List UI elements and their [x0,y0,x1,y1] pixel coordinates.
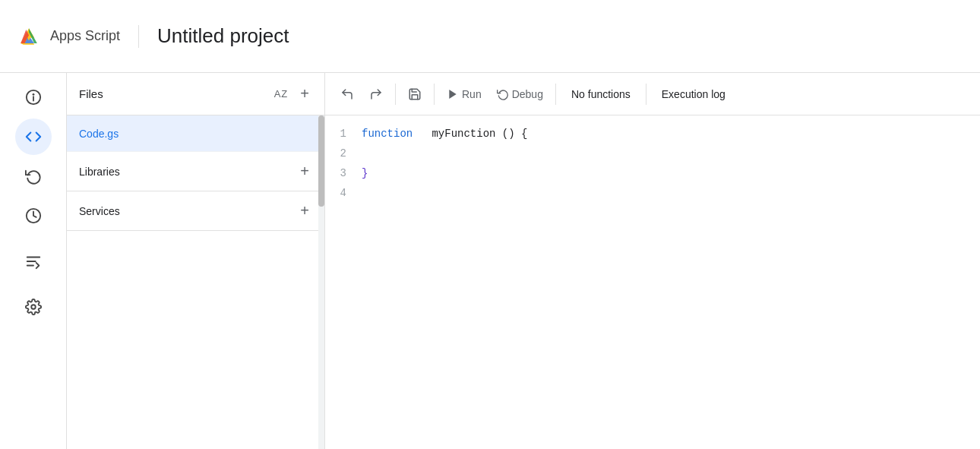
top-header: Apps Script Untitled project [0,0,980,73]
add-service-icon: + [300,202,309,220]
file-panel-actions: AZ + [271,82,312,106]
add-file-icon: + [300,85,309,103]
toolbar-divider-2 [434,84,435,105]
redo-icon [369,87,383,101]
sort-az-label: AZ [274,88,289,100]
files-title: Files [79,87,103,100]
line-content-4 [362,187,368,199]
redo-button[interactable] [363,83,389,106]
code-toolbar: Run Debug No functions Execution log [325,73,980,115]
file-panel: Files AZ + Code.gs Libraries + [67,73,325,449]
code-line-3: 3 } [325,167,980,187]
svg-point-7 [31,305,36,309]
line-number-2: 2 [325,147,362,160]
file-list: Code.gs Libraries + Services + [67,115,324,449]
run-icon [447,88,459,100]
no-functions-button[interactable]: No functions [562,84,640,105]
line-number-3: 3 [325,167,362,179]
sidebar-item-deploy[interactable] [15,243,52,280]
sidebar-item-executions[interactable] [15,198,52,234]
add-library-button[interactable]: + [297,160,312,183]
code-line-2: 2 [325,147,980,167]
debug-label: Debug [512,88,543,100]
debug-icon [497,88,509,100]
sidebar-item-info[interactable] [15,79,52,115]
debug-button[interactable]: Debug [491,84,549,105]
services-label: Services [79,205,120,217]
project-title: Untitled project [157,24,289,48]
run-button[interactable]: Run [441,84,488,105]
save-icon [408,87,422,101]
save-button[interactable] [402,83,428,106]
sidebar-item-settings[interactable] [15,289,52,325]
code-editor[interactable]: 1 function myFunction () { 2 3 } [325,115,980,449]
app-name: Apps Script [50,28,120,44]
line-content-3: } [362,167,368,179]
parens-brace: () { [502,128,528,140]
services-section[interactable]: Services + [67,191,324,231]
logo-area: Apps Script [15,23,120,50]
add-file-button[interactable]: + [297,82,312,106]
toolbar-divider-1 [395,84,396,105]
line-content-1: function myFunction () { [362,128,527,140]
code-line-1: 1 function myFunction () { [325,128,980,147]
header-divider [138,25,139,48]
space-1 [419,128,425,140]
toolbar-divider-3 [555,84,556,105]
function-name: myFunction [432,128,495,140]
libraries-label: Libraries [79,166,120,178]
file-panel-header: Files AZ + [67,73,324,115]
run-label: Run [462,88,482,100]
scrollbar-thumb [318,115,324,207]
file-name-code-gs: Code.gs [79,128,119,140]
main-layout: Files AZ + Code.gs Libraries + [0,73,980,449]
execution-log-label: Execution log [662,88,726,100]
svg-marker-8 [449,90,456,99]
closing-brace: } [362,167,368,179]
scrollbar-track[interactable] [318,115,324,449]
no-functions-label: No functions [571,88,631,100]
add-service-button[interactable]: + [297,199,312,223]
undo-icon [340,87,354,101]
line-number-1: 1 [325,128,362,140]
line-content-2 [362,147,368,160]
libraries-section[interactable]: Libraries + [67,152,324,191]
undo-button[interactable] [334,83,360,106]
sidebar-item-editor[interactable] [15,119,52,155]
add-library-icon: + [300,163,309,180]
execution-log-button[interactable]: Execution log [653,84,735,105]
line-number-4: 4 [325,187,362,199]
sort-files-button[interactable]: AZ [271,85,292,103]
apps-script-logo [15,23,43,50]
code-line-4: 4 [325,187,980,207]
sidebar-icons [0,73,67,449]
file-item-code-gs[interactable]: Code.gs [67,115,324,152]
code-area: Run Debug No functions Execution log [325,73,980,449]
toolbar-divider-4 [646,84,646,105]
keyword-function: function [362,128,413,140]
sidebar-item-triggers[interactable] [15,158,52,194]
